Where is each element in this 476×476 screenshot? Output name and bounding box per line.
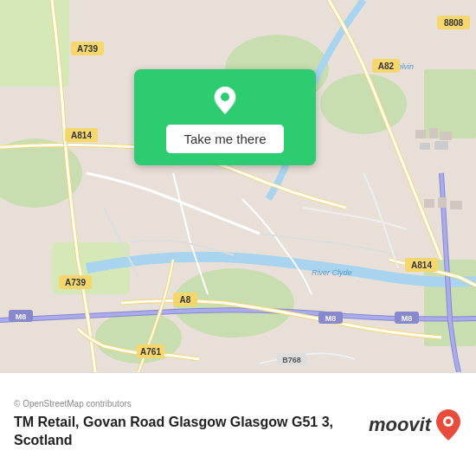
svg-text:M8: M8 bbox=[16, 312, 27, 321]
svg-text:8808: 8808 bbox=[444, 18, 464, 28]
svg-rect-41 bbox=[424, 199, 434, 208]
take-me-there-button[interactable]: Take me there bbox=[166, 125, 283, 153]
svg-text:A761: A761 bbox=[140, 347, 161, 357]
copyright-text: © OpenStreetMap contributors bbox=[14, 399, 369, 408]
svg-text:A8: A8 bbox=[180, 295, 191, 305]
map-background: River Clyde River Kelvin bbox=[0, 0, 476, 372]
take-me-there-overlay: Take me there bbox=[134, 69, 316, 165]
svg-text:A82: A82 bbox=[378, 61, 395, 71]
svg-rect-37 bbox=[429, 128, 438, 138]
svg-text:A814: A814 bbox=[71, 131, 92, 140]
svg-rect-40 bbox=[434, 141, 448, 150]
svg-text:A739: A739 bbox=[77, 44, 98, 54]
svg-text:B768: B768 bbox=[282, 356, 301, 364]
moovit-text: moovit bbox=[369, 414, 431, 436]
svg-text:A739: A739 bbox=[65, 278, 86, 287]
svg-rect-38 bbox=[440, 132, 452, 140]
location-pin-icon bbox=[209, 85, 241, 118]
info-left: © OpenStreetMap contributors TM Retail, … bbox=[14, 399, 369, 450]
svg-text:M8: M8 bbox=[325, 314, 337, 323]
location-title: TM Retail, Govan Road Glasgow Glasgow G5… bbox=[14, 414, 369, 450]
map-container: River Clyde River Kelvin bbox=[0, 0, 476, 476]
svg-text:M8: M8 bbox=[402, 314, 413, 323]
moovit-logo: moovit bbox=[369, 409, 462, 441]
info-bar: © OpenStreetMap contributors TM Retail, … bbox=[0, 372, 476, 476]
svg-point-47 bbox=[446, 419, 451, 424]
svg-rect-36 bbox=[415, 130, 426, 138]
svg-point-45 bbox=[221, 93, 229, 101]
svg-text:A814: A814 bbox=[411, 261, 432, 270]
svg-rect-39 bbox=[420, 143, 430, 150]
svg-rect-43 bbox=[450, 201, 462, 209]
svg-text:River Clyde: River Clyde bbox=[312, 268, 352, 277]
moovit-pin-icon bbox=[434, 409, 462, 441]
svg-point-2 bbox=[320, 74, 407, 134]
svg-rect-42 bbox=[438, 197, 447, 208]
